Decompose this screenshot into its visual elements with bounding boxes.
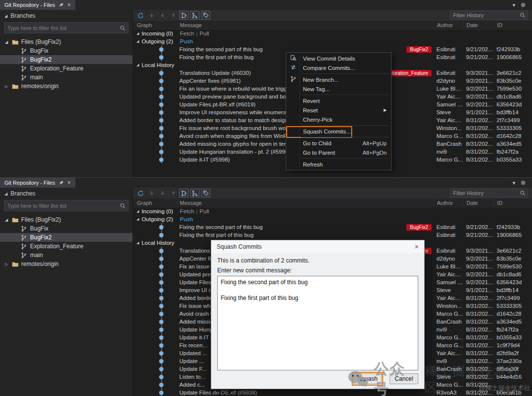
column-header-graph[interactable]: Graph	[133, 198, 177, 207]
close-icon[interactable]: ×	[67, 180, 71, 186]
pull-link[interactable]: Pull	[200, 208, 209, 214]
dialog-titlebar[interactable]: Squash Commits ×	[211, 240, 424, 253]
menu-item-label: New Tag...	[303, 86, 330, 92]
column-header-id[interactable]: ID	[494, 21, 532, 29]
refresh-icon[interactable]	[136, 11, 145, 20]
column-header-message[interactable]: Message	[177, 21, 433, 29]
tree-item-main[interactable]: main	[0, 73, 133, 82]
pin-icon[interactable]	[59, 180, 64, 186]
commit-dot	[159, 79, 164, 83]
menu-item-squash-commits[interactable]: Squash Commits...	[286, 127, 391, 136]
menu-item-view-commit-details[interactable]: View Commit Details	[286, 54, 391, 63]
tree-item-label: BugFix	[30, 225, 48, 232]
history-section-outgoing-2[interactable]: ◢Outgoing (2)Push	[133, 215, 532, 223]
pull-icon[interactable]	[158, 11, 167, 20]
show-merges-icon[interactable]	[190, 189, 200, 198]
gear-icon[interactable]	[520, 180, 526, 186]
branch-filter-input[interactable]	[4, 203, 120, 209]
tree-item-exploration-feature[interactable]: Exploration_Feature	[0, 242, 133, 251]
menu-item-label: Go to Parent	[303, 150, 335, 156]
fetch-link[interactable]: Fetch	[180, 208, 194, 214]
menu-item-new-branch[interactable]: New Branch...	[286, 75, 391, 84]
chevron-down-icon[interactable]: ▾	[512, 180, 515, 186]
show-graph-icon[interactable]	[179, 11, 189, 20]
commit-message-textarea[interactable]: Fixing the second part of this bug Fixin…	[217, 276, 418, 370]
menu-item-compare-commits[interactable]: Compare Commits...	[286, 63, 391, 72]
refresh-icon[interactable]	[136, 189, 145, 198]
tree-item-bugfix[interactable]: BugFix	[0, 46, 133, 55]
fetch-icon[interactable]	[147, 189, 156, 198]
tree-item-label: Files (BugFix2)	[21, 38, 61, 45]
author-cell: R3voA3	[433, 390, 463, 396]
history-section-incoming-0[interactable]: ◢Incoming (0)Fetch|Pull	[133, 30, 532, 37]
column-header-author[interactable]: Author	[433, 198, 463, 207]
menu-item-go-to-child[interactable]: Go to ChildAlt+PgUp	[286, 138, 391, 148]
tree-item-exploration-feature[interactable]: Exploration_Feature	[0, 64, 133, 73]
column-header-graph[interactable]: Graph	[133, 21, 177, 29]
commit-row[interactable]: Fixing the first part of this bugEsibrut…	[133, 231, 532, 239]
close-icon[interactable]: ×	[67, 2, 71, 8]
fetch-link[interactable]: Fetch	[180, 31, 194, 36]
show-merges-icon[interactable]	[190, 11, 200, 20]
commit-dot	[159, 87, 164, 91]
column-header-author[interactable]: Author	[433, 21, 463, 29]
tree-item-remotes-origin[interactable]: ▷remotes/origin	[0, 82, 133, 91]
expand-triangle-icon[interactable]: ◢	[4, 14, 7, 18]
commit-row[interactable]: Update Files.de-DE.xlf (#5938)R3voA38/31…	[133, 389, 532, 396]
tabstrip-controls: ▾	[512, 178, 532, 188]
author-cell: Esibruti	[433, 224, 463, 230]
show-tags-icon[interactable]	[201, 11, 210, 20]
show-graph-icon[interactable]	[179, 189, 189, 198]
squash-button[interactable]: Squash	[353, 373, 382, 384]
history-filter-box	[450, 189, 528, 198]
commit-row[interactable]: Fixing the second part of this bugBugFix…	[133, 223, 532, 231]
tree-item-bugfix2[interactable]: BugFix2	[0, 55, 133, 64]
graph-cell	[133, 85, 177, 93]
push-icon[interactable]	[168, 189, 178, 198]
author-cell: Winston...	[433, 303, 463, 309]
id-cell: b0eca61b	[494, 390, 532, 396]
pull-icon[interactable]	[158, 189, 167, 198]
dialog-close-icon[interactable]: ×	[408, 243, 419, 251]
tree-item-files-bugfix2[interactable]: ◢Files (BugFix2)	[0, 215, 133, 224]
menu-item-refresh[interactable]: Refresh	[286, 160, 391, 169]
history-section-incoming-0[interactable]: ◢Incoming (0)Fetch|Pull	[133, 207, 532, 215]
author-cell: d2dyno	[433, 78, 463, 84]
show-tags-icon[interactable]	[201, 189, 210, 198]
expand-triangle-icon[interactable]: ◢	[4, 192, 7, 196]
menu-item-reset[interactable]: Reset▶	[286, 105, 391, 115]
history-filter-input[interactable]	[451, 12, 520, 18]
tree-item-bugfix[interactable]: BugFix	[0, 224, 133, 233]
tab-git-repository-files[interactable]: Git Repository - Files ×	[0, 0, 75, 10]
column-header-id[interactable]: ID	[494, 198, 532, 207]
id-cell: 53333305	[494, 125, 532, 131]
column-header-date[interactable]: Date	[463, 21, 494, 29]
push-link[interactable]: Push	[180, 38, 193, 44]
column-header-date[interactable]: Date	[463, 198, 494, 207]
pin-icon[interactable]	[59, 2, 64, 8]
history-filter-input[interactable]	[451, 190, 520, 196]
tree-item-remotes-origin[interactable]: ▷remotes/origin	[0, 260, 133, 268]
graph-cell	[133, 247, 177, 255]
push-icon[interactable]	[168, 11, 178, 20]
tree-item-bugfix2[interactable]: BugFix2	[0, 233, 133, 242]
tab-git-repository-files[interactable]: Git Repository - Files ×	[0, 178, 75, 188]
tree-item-main[interactable]: main	[0, 251, 133, 260]
menu-item-new-tag[interactable]: New Tag...	[286, 84, 391, 94]
menu-item-go-to-parent[interactable]: Go to ParentAlt+PgDn	[286, 148, 391, 157]
history-section-outgoing-2[interactable]: ◢Outgoing (2)Push	[133, 37, 532, 45]
tree-item-files-bugfix2[interactable]: ◢Files (BugFix2)	[0, 37, 133, 46]
graph-cell	[133, 148, 177, 156]
cancel-button[interactable]: Cancel	[390, 373, 418, 384]
menu-item-cherry-pick[interactable]: Cherry-Pick	[286, 115, 391, 124]
chevron-down-icon[interactable]: ▾	[512, 2, 515, 8]
gear-icon[interactable]	[520, 2, 526, 8]
fetch-icon[interactable]	[147, 11, 156, 20]
branch-filter-input[interactable]	[4, 25, 120, 31]
menu-item-revert[interactable]: Revert	[286, 96, 391, 105]
pull-link[interactable]: Pull	[200, 31, 209, 36]
branches-tree: ◢Files (BugFix2)BugFixBugFix2Exploration…	[0, 37, 133, 91]
push-link[interactable]: Push	[180, 216, 193, 222]
tree-item-label: Exploration_Feature	[30, 65, 83, 72]
column-header-message[interactable]: Message	[177, 198, 433, 207]
